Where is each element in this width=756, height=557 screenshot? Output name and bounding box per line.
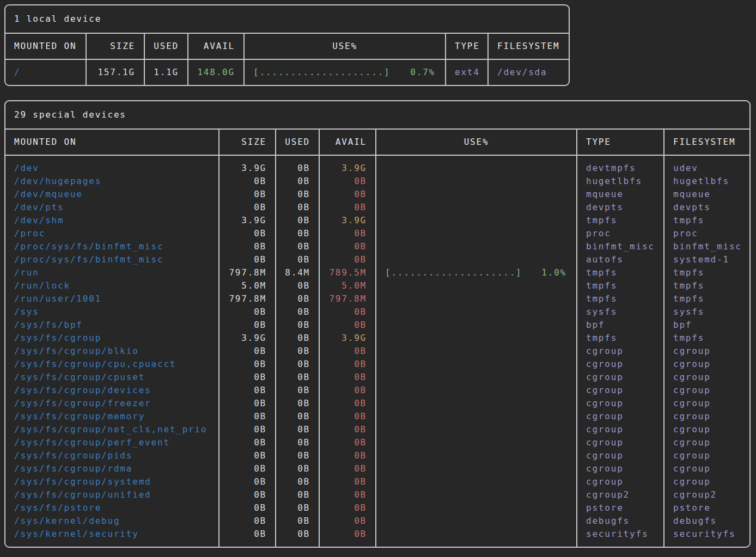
fs-type: tmpfs (576, 292, 663, 305)
fs-type: cgroup (576, 345, 663, 358)
usage-cell (375, 227, 576, 240)
usage-cell (375, 345, 576, 358)
usage-cell (375, 156, 576, 175)
special-devices-header-row: MOUNTED ONSIZEUSEDAVAILUSE%TYPEFILESYSTE… (5, 130, 749, 156)
size-value: 157.1G (86, 60, 144, 85)
mount-point: /sys/fs/cgroup/rdma (5, 462, 218, 475)
size-value: 0B (218, 528, 275, 547)
usage-cell (375, 423, 576, 436)
used-value: 0B (275, 253, 319, 266)
fs-type: bpf (576, 319, 663, 332)
fs-type: cgroup (576, 436, 663, 449)
avail-value: 0B (319, 449, 375, 462)
local-devices-table: 1 local device MOUNTED ONSIZEUSEDAVAILUS… (4, 4, 570, 86)
usage-cell (375, 253, 576, 266)
column-header-filesystem: FILESYSTEM (487, 34, 569, 59)
usage-cell (375, 358, 576, 371)
usage-cell (375, 410, 576, 423)
used-value: 0B (275, 449, 319, 462)
size-value: 0B (218, 371, 275, 384)
mount-point: /dev/pts (5, 201, 218, 214)
usage-cell: [....................]0.7% (243, 60, 445, 85)
usage-cell (375, 488, 576, 501)
usage-cell (375, 436, 576, 449)
usage-cell (375, 449, 576, 462)
filesystem-name: udev (663, 156, 749, 175)
used-value: 0B (275, 201, 319, 214)
avail-value: 3.9G (319, 214, 375, 227)
fs-type: mqueue (576, 188, 663, 201)
column-header-use: USE% (375, 130, 576, 155)
used-value: 8.4M (275, 266, 319, 279)
filesystem-name: cgroup (663, 462, 749, 475)
used-value: 0B (275, 332, 319, 345)
fs-type: cgroup (576, 462, 663, 475)
avail-value: 0B (319, 384, 375, 397)
size-value: 0B (218, 384, 275, 397)
usage-cell (375, 371, 576, 384)
filesystem-name: pstore (663, 501, 749, 515)
fs-type: hugetlbfs (576, 175, 663, 188)
used-value: 0B (275, 384, 319, 397)
filesystem-name: hugetlbfs (663, 175, 749, 188)
fs-type: devtmpfs (576, 156, 663, 175)
size-value: 0B (218, 501, 275, 515)
usage-cell (375, 384, 576, 397)
avail-value: 3.9G (319, 156, 375, 175)
size-value: 0B (218, 515, 275, 528)
size-value: 0B (218, 201, 275, 214)
usage-percent: 1.0% (541, 266, 566, 279)
mount-point: /sys/fs/cgroup/blkio (5, 345, 218, 358)
usage-cell (375, 201, 576, 214)
size-value: 0B (218, 462, 275, 475)
filesystem-name: cgroup (663, 397, 749, 410)
fs-type: pstore (576, 501, 663, 515)
filesystem-name: cgroup (663, 371, 749, 384)
size-value: 0B (218, 449, 275, 462)
special-devices-body: /dev3.9G0B3.9Gdevtmpfsudev/dev/hugepages… (5, 156, 749, 547)
filesystem-name: securityfs (663, 528, 749, 547)
avail-value: 0B (319, 410, 375, 423)
used-value: 0B (275, 528, 319, 547)
fs-type: debugfs (576, 515, 663, 528)
avail-value: 0B (319, 423, 375, 436)
mount-point: /run/user/1001 (5, 292, 218, 305)
terminal-screen: 1 local device MOUNTED ONSIZEUSEDAVAILUS… (4, 4, 752, 548)
usage-cell (375, 528, 576, 547)
filesystem-name: proc (663, 227, 749, 240)
usage-percent: 0.7% (410, 66, 435, 79)
mount-point: / (5, 60, 86, 85)
used-value: 0B (275, 279, 319, 292)
column-header-filesystem: FILESYSTEM (663, 130, 749, 155)
mount-point: /sys/fs/cgroup/perf_event (5, 436, 218, 449)
fs-type: cgroup (576, 449, 663, 462)
mount-point: /proc/sys/fs/binfmt_misc (5, 240, 218, 253)
column-header-size: SIZE (218, 130, 275, 155)
filesystem-name: cgroup (663, 358, 749, 371)
size-value: 0B (218, 423, 275, 436)
used-value: 0B (275, 475, 319, 488)
used-value: 0B (275, 175, 319, 188)
used-value: 0B (275, 423, 319, 436)
avail-value: 0B (319, 436, 375, 449)
usage-cell (375, 501, 576, 515)
filesystem-name: cgroup (663, 436, 749, 449)
avail-value: 0B (319, 371, 375, 384)
used-value: 1.1G (144, 60, 187, 85)
avail-value: 0B (319, 358, 375, 371)
column-header-type: TYPE (445, 34, 487, 59)
usage-cell (375, 332, 576, 345)
column-header-size: SIZE (86, 34, 144, 59)
size-value: 0B (218, 345, 275, 358)
size-value: 3.9G (218, 156, 275, 175)
size-value: 5.0M (218, 279, 275, 292)
mount-point: /dev/shm (5, 214, 218, 227)
fs-type: tmpfs (576, 266, 663, 279)
fs-type: cgroup (576, 397, 663, 410)
used-value: 0B (275, 515, 319, 528)
fs-type: cgroup (576, 371, 663, 384)
filesystem-name: mqueue (663, 188, 749, 201)
mount-point: /dev/mqueue (5, 188, 218, 201)
fs-type: proc (576, 227, 663, 240)
usage-cell (375, 240, 576, 253)
